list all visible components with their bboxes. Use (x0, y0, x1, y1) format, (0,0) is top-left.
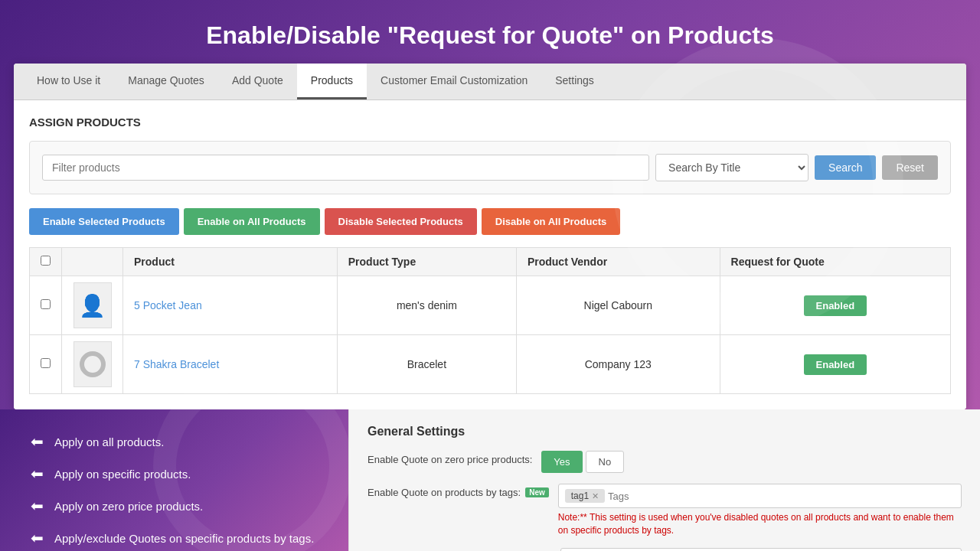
bottom-section: ⬅Apply on all products.⬅Apply on specifi… (0, 409, 980, 551)
filter-products-input[interactable] (42, 155, 649, 181)
feature-text: Apply on all products. (54, 435, 164, 448)
feature-item: ⬅Apply/exclude Quotes on specific produc… (31, 529, 325, 547)
tab-settings[interactable]: Settings (541, 64, 608, 99)
settings-row-0: Enable Quote on zero price products:YesN… (368, 451, 962, 473)
search-bar: Search By Title Search Reset (29, 141, 951, 194)
tab-manage-quotes[interactable]: Manage Quotes (114, 64, 218, 99)
feature-text: Apply on specific products. (54, 468, 191, 481)
status-badge: Enabled (804, 295, 867, 316)
col-product-type: Product Type (337, 248, 516, 276)
select-all-checkbox[interactable] (41, 256, 51, 266)
col-checkbox (30, 248, 62, 276)
product-type-cell: men's denim (337, 276, 516, 335)
row-checkbox[interactable] (41, 299, 51, 309)
feature-text: Apply/exclude Quotes on specific product… (54, 532, 314, 545)
main-card: How to Use it Manage Quotes Add Quote Pr… (14, 64, 966, 409)
product-name-link[interactable]: 7 Shakra Bracelet (134, 358, 219, 370)
tag-chip: tag1 ✕ (565, 489, 605, 503)
section-title: ASSIGN PRODUCTS (29, 116, 951, 129)
feature-text: Apply on zero price products. (54, 500, 203, 513)
ring-icon (80, 351, 106, 377)
rfq-status-cell: Enabled (720, 276, 950, 335)
tags-input[interactable]: tag3 ✕tag2 ✕ (560, 548, 962, 551)
enable-all-button[interactable]: Enable on All Products (184, 208, 320, 235)
no-button[interactable]: No (586, 451, 625, 473)
col-product: Product (123, 248, 338, 276)
row-checkbox[interactable] (41, 358, 51, 368)
arrow-icon: ⬅ (31, 432, 44, 451)
tab-add-quote[interactable]: Add Quote (218, 64, 297, 99)
page-title: Enable/Disable "Request for Quote" on Pr… (0, 0, 980, 64)
col-rfq: Request for Quote (720, 248, 950, 276)
tab-customer-email[interactable]: Customer Email Customization (367, 64, 541, 99)
col-vendor: Product Vendor (516, 248, 720, 276)
settings-row-1: Enable Quote on products by tags:Newtag1… (368, 484, 962, 537)
products-table: Product Product Type Product Vendor Requ… (29, 247, 951, 394)
tags-field-group: tag1 ✕Note:** This setting is used when … (558, 484, 962, 537)
search-button[interactable]: Search (815, 155, 876, 180)
search-by-select[interactable]: Search By Title (655, 154, 808, 181)
reset-button[interactable]: Reset (882, 155, 938, 180)
product-name-link[interactable]: 5 Pocket Jean (134, 299, 202, 311)
product-thumbnail: 👤 (74, 282, 112, 328)
tags-field-group: tag3 ✕tag2 ✕Note:** This setting is used… (560, 548, 962, 551)
settings-row-2: Disable Quote on products by tags:Newtag… (368, 548, 962, 551)
features-panel: ⬅Apply on all products.⬅Apply on specifi… (0, 409, 348, 551)
table-row: 👤5 Pocket Jeanmen's denimNigel CabournEn… (30, 276, 951, 335)
yes-no-group: YesNo (541, 451, 624, 473)
settings-panel: General Settings Enable Quote on zero pr… (348, 409, 980, 551)
rfq-status-cell: Enabled (720, 335, 950, 394)
arrow-icon: ⬅ (31, 497, 44, 515)
feature-item: ⬅Apply on zero price products. (31, 497, 325, 515)
settings-label: Enable Quote on zero price products: (368, 451, 532, 465)
action-buttons: Enable Selected Products Enable on All P… (29, 208, 951, 235)
product-vendor-cell: Company 123 (516, 335, 720, 394)
settings-label: Disable Quote on products by tags:New (368, 548, 551, 551)
product-thumbnail (74, 341, 112, 387)
tab-how-to-use[interactable]: How to Use it (23, 64, 114, 99)
col-image (62, 248, 123, 276)
tab-products[interactable]: Products (297, 64, 367, 99)
yes-button[interactable]: Yes (541, 451, 582, 473)
status-badge: Enabled (804, 354, 867, 375)
products-content: ASSIGN PRODUCTS Search By Title Search R… (14, 100, 966, 409)
settings-note: Note:** This setting is used when you've… (558, 511, 962, 537)
tabs-bar: How to Use it Manage Quotes Add Quote Pr… (14, 64, 966, 100)
disable-all-button[interactable]: Disable on All Products (482, 208, 620, 235)
arrow-icon: ⬅ (31, 529, 44, 547)
settings-label: Enable Quote on products by tags:New (368, 484, 549, 498)
remove-tag-icon[interactable]: ✕ (592, 491, 599, 501)
disable-selected-button[interactable]: Disable Selected Products (325, 208, 477, 235)
table-row: 7 Shakra BraceletBraceletCompany 123Enab… (30, 335, 951, 394)
enable-selected-button[interactable]: Enable Selected Products (29, 208, 179, 235)
arrow-icon: ⬅ (31, 465, 44, 483)
settings-title: General Settings (368, 425, 962, 439)
tags-text-input[interactable] (608, 491, 737, 502)
product-vendor-cell: Nigel Cabourn (516, 276, 720, 335)
product-type-cell: Bracelet (337, 335, 516, 394)
feature-item: ⬅Apply on specific products. (31, 465, 325, 483)
tags-input[interactable]: tag1 ✕ (558, 484, 962, 508)
new-badge: New (525, 487, 549, 497)
feature-item: ⬅Apply on all products. (31, 432, 325, 451)
